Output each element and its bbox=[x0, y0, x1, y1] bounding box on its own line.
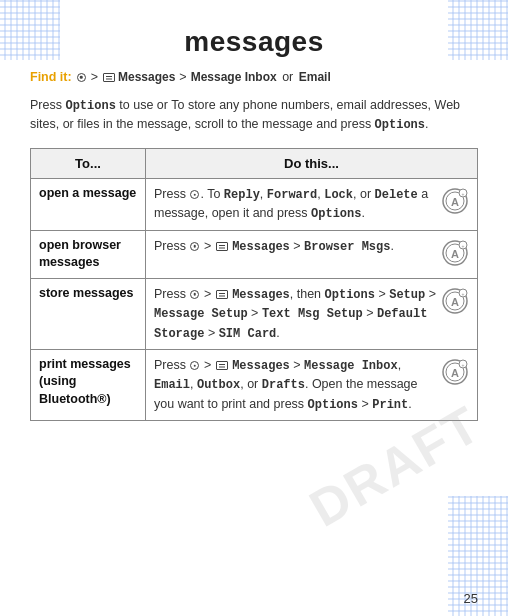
action-cell-1: open browser messages bbox=[31, 230, 146, 278]
svg-text:A: A bbox=[451, 196, 459, 208]
table-header-row: To... Do this... bbox=[31, 149, 478, 179]
messages-icon bbox=[103, 73, 115, 82]
do-text-0: Press . To Reply, Forward, Lock, or Dele… bbox=[154, 185, 437, 224]
table-row: open browser messagesPress > Messages > … bbox=[31, 230, 478, 278]
nav-dot-icon bbox=[190, 242, 199, 251]
messages-nav-label: Messages bbox=[118, 70, 175, 84]
bold-term: Delete bbox=[375, 188, 418, 202]
bold-term: Outbox bbox=[197, 378, 240, 392]
nav-dot-icon bbox=[190, 361, 199, 370]
description-paragraph: Press Options to use or To store any pho… bbox=[30, 96, 478, 134]
table-row: store messagesPress > Messages, then Opt… bbox=[31, 278, 478, 349]
action-icon-1: A + bbox=[441, 239, 469, 267]
msg-icon bbox=[216, 290, 228, 299]
page-number: 25 bbox=[464, 591, 478, 606]
col-header-do: Do this... bbox=[146, 149, 478, 179]
msg-icon bbox=[216, 361, 228, 370]
nav-dot-icon bbox=[190, 290, 199, 299]
options-term: Options bbox=[311, 207, 361, 221]
bold-term: Lock bbox=[324, 188, 353, 202]
bold-term: Messages bbox=[232, 288, 290, 302]
find-it-line: Find it: > Messages > Message Inbox or E… bbox=[30, 70, 478, 84]
action-icon-2: A + bbox=[441, 287, 469, 315]
bold-term: Messages bbox=[232, 240, 290, 254]
svg-text:A: A bbox=[451, 296, 459, 308]
bold-term: Message Inbox bbox=[304, 359, 398, 373]
svg-text:+: + bbox=[462, 291, 465, 297]
options-mention-1: Options bbox=[65, 99, 115, 113]
corner-decoration-tr bbox=[448, 0, 508, 60]
svg-text:+: + bbox=[462, 362, 465, 368]
do-cell-2: Press > Messages, then Options > Setup >… bbox=[146, 278, 478, 349]
page-container: messages Find it: > Messages > Message I… bbox=[0, 0, 508, 616]
options-mention-2: Options bbox=[375, 118, 425, 132]
options-term: Options bbox=[308, 398, 358, 412]
bold-term: Drafts bbox=[262, 378, 305, 392]
bold-term: Forward bbox=[267, 188, 317, 202]
nav-dot-icon bbox=[190, 190, 199, 199]
bold-term: SIM Card bbox=[219, 327, 277, 341]
svg-text:+: + bbox=[462, 191, 465, 197]
action-icon-3: A + bbox=[441, 358, 469, 386]
or-text: or bbox=[279, 70, 297, 84]
nav-dot-icon bbox=[77, 73, 86, 82]
do-text-1: Press > Messages > Browser Msgs. bbox=[154, 237, 437, 256]
svg-text:A: A bbox=[451, 248, 459, 260]
instructions-table: To... Do this... open a messagePress . T… bbox=[30, 148, 478, 421]
action-cell-2: store messages bbox=[31, 278, 146, 349]
bold-term: Message Setup bbox=[154, 307, 248, 321]
table-row: print messages (using Bluetooth®)Press >… bbox=[31, 349, 478, 420]
bold-term: Setup bbox=[389, 288, 425, 302]
bold-term: Options bbox=[325, 288, 375, 302]
table-row: open a messagePress . To Reply, Forward,… bbox=[31, 179, 478, 231]
action-cell-0: open a message bbox=[31, 179, 146, 231]
svg-text:+: + bbox=[462, 243, 465, 249]
message-inbox-label: Message Inbox bbox=[191, 70, 277, 84]
find-it-label: Find it: bbox=[30, 70, 72, 84]
email-label: Email bbox=[299, 70, 331, 84]
corner-decoration-br bbox=[448, 496, 508, 616]
corner-decoration-tl bbox=[0, 0, 60, 60]
action-cell-3: print messages (using Bluetooth®) bbox=[31, 349, 146, 420]
col-header-to: To... bbox=[31, 149, 146, 179]
do-cell-3: Press > Messages > Message Inbox, Email,… bbox=[146, 349, 478, 420]
bold-term: Reply bbox=[224, 188, 260, 202]
page-title: messages bbox=[30, 26, 478, 58]
bold-term: Email bbox=[154, 378, 190, 392]
do-cell-1: Press > Messages > Browser Msgs. A + bbox=[146, 230, 478, 278]
nav-separator-2: > bbox=[179, 70, 186, 84]
nav-separator: > bbox=[91, 70, 98, 84]
bold-term: Print bbox=[372, 398, 408, 412]
bold-term: Messages bbox=[232, 359, 290, 373]
do-text-3: Press > Messages > Message Inbox, Email,… bbox=[154, 356, 437, 414]
msg-icon bbox=[216, 242, 228, 251]
bold-term: Text Msg Setup bbox=[262, 307, 363, 321]
svg-text:A: A bbox=[451, 367, 459, 379]
do-text-2: Press > Messages, then Options > Setup >… bbox=[154, 285, 437, 343]
bold-term: Browser Msgs bbox=[304, 240, 390, 254]
do-cell-0: Press . To Reply, Forward, Lock, or Dele… bbox=[146, 179, 478, 231]
action-icon-0: A + bbox=[441, 187, 469, 215]
